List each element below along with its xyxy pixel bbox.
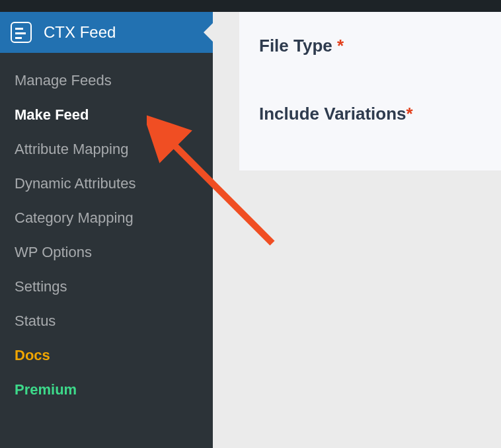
sidebar-header[interactable]: CTX Feed: [0, 12, 213, 53]
sidebar-item-attribute-mapping[interactable]: Attribute Mapping: [0, 132, 213, 167]
sidebar-item-settings[interactable]: Settings: [0, 270, 213, 304]
content-panel: File Type * Include Variations*: [239, 12, 501, 170]
required-indicator: *: [406, 104, 413, 124]
feed-document-icon: [11, 22, 32, 43]
sidebar-item-label: Category Mapping: [15, 209, 134, 226]
sidebar-item-label: WP Options: [15, 244, 92, 260]
required-indicator: *: [337, 36, 344, 56]
sidebar-item-premium[interactable]: Premium: [0, 373, 213, 407]
sidebar-item-category-mapping[interactable]: Category Mapping: [0, 201, 213, 235]
field-label: Include Variations: [259, 104, 406, 124]
sidebar-item-label: Premium: [15, 381, 77, 398]
sidebar-item-status[interactable]: Status: [0, 304, 213, 338]
sidebar: CTX Feed Manage Feeds Make Feed Attribut…: [0, 12, 213, 448]
admin-topbar: [0, 0, 501, 12]
sidebar-menu: Manage Feeds Make Feed Attribute Mapping…: [0, 53, 213, 418]
sidebar-item-wp-options[interactable]: WP Options: [0, 235, 213, 270]
sidebar-item-label: Attribute Mapping: [15, 141, 128, 157]
sidebar-item-dynamic-attributes[interactable]: Dynamic Attributes: [0, 167, 213, 201]
sidebar-item-label: Dynamic Attributes: [15, 175, 135, 192]
sidebar-item-label: Status: [15, 313, 56, 329]
sidebar-item-label: Docs: [15, 347, 50, 363]
sidebar-item-make-feed[interactable]: Make Feed: [0, 98, 213, 132]
field-file-type: File Type *: [259, 36, 481, 56]
sidebar-item-manage-feeds[interactable]: Manage Feeds: [0, 63, 213, 98]
field-label: File Type: [259, 36, 337, 56]
main-container: CTX Feed Manage Feeds Make Feed Attribut…: [0, 12, 501, 448]
sidebar-title: CTX Feed: [44, 23, 116, 42]
content-area: File Type * Include Variations*: [213, 12, 501, 448]
sidebar-item-label: Make Feed: [15, 106, 89, 123]
field-include-variations: Include Variations*: [259, 104, 481, 124]
sidebar-item-docs[interactable]: Docs: [0, 338, 213, 373]
sidebar-item-label: Manage Feeds: [15, 72, 112, 89]
sidebar-item-label: Settings: [15, 278, 67, 295]
